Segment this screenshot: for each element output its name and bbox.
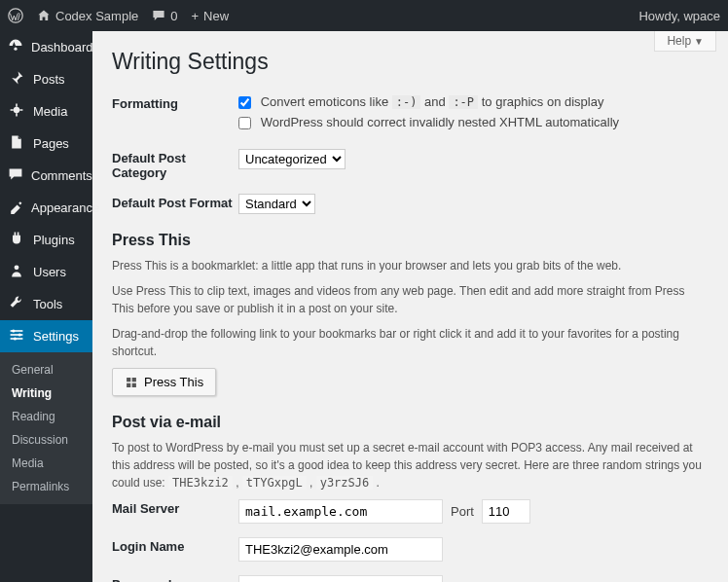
plugin-icon	[8, 231, 25, 249]
sidebar-item-comments[interactable]: Comments	[0, 160, 92, 192]
press-this-button[interactable]: Press This	[112, 368, 216, 396]
emoticons-option[interactable]: Convert emoticons like :-) and :-P to gr…	[238, 94, 709, 109]
wordpress-icon	[8, 8, 23, 23]
svg-point-2	[14, 107, 19, 113]
emoticons-checkbox[interactable]	[238, 96, 251, 109]
sidebar-item-posts[interactable]: Posts	[0, 63, 92, 95]
plus-icon: +	[192, 9, 200, 23]
svg-point-1	[14, 48, 17, 51]
howdy-text: Howdy, wpace	[638, 9, 720, 23]
appearance-icon	[8, 199, 23, 217]
sidebar-item-appearance[interactable]: Appearance	[0, 192, 92, 224]
howdy-user[interactable]: Howdy, wpace	[638, 9, 720, 23]
login-name-label: Login Name	[112, 537, 238, 554]
submenu-item-media[interactable]: Media	[0, 452, 92, 475]
sidebar-item-label: Comments	[31, 168, 92, 183]
sidebar-item-tools[interactable]: Tools	[0, 288, 92, 320]
xhtml-option[interactable]: WordPress should correct invalidly neste…	[238, 115, 709, 129]
press-this-desc1: Press This is a bookmarklet: a little ap…	[112, 257, 709, 274]
submenu-item-general[interactable]: General	[0, 358, 92, 382]
xhtml-checkbox[interactable]	[238, 117, 251, 129]
default-category-label: Default Post Category	[112, 149, 238, 180]
submenu-item-writing[interactable]: Writing	[0, 382, 92, 405]
password-label: Password	[112, 575, 238, 582]
sidebar-item-label: Settings	[33, 329, 79, 344]
submenu-item-discussion[interactable]: Discussion	[0, 428, 92, 452]
dashboard-icon	[8, 38, 23, 56]
press-this-icon	[125, 376, 138, 389]
comment-icon	[152, 9, 165, 22]
sidebar-item-label: Media	[33, 104, 67, 119]
sidebar-item-label: Posts	[33, 72, 65, 87]
formatting-label: Formatting	[112, 94, 238, 111]
users-icon	[8, 263, 25, 281]
admin-sidebar: DashboardPostsMediaPagesCommentsAppearan…	[0, 31, 92, 582]
sidebar-item-label: Plugins	[33, 233, 75, 247]
port-label: Port	[451, 504, 474, 519]
main-content: Writing Settings Formatting Convert emot…	[92, 31, 728, 582]
sidebar-item-plugins[interactable]: Plugins	[0, 224, 92, 256]
sidebar-item-label: Users	[33, 265, 66, 279]
sidebar-item-dashboard[interactable]: Dashboard	[0, 31, 92, 63]
sidebar-item-label: Dashboard	[31, 40, 93, 55]
svg-point-3	[15, 265, 19, 270]
press-this-desc3: Drag-and-drop the following link to your…	[112, 325, 709, 360]
post-via-email-heading: Post via e-mail	[112, 414, 709, 431]
tools-icon	[8, 295, 25, 313]
settings-submenu: GeneralWritingReadingDiscussionMediaPerm…	[0, 352, 92, 504]
default-format-label: Default Post Format	[112, 194, 238, 210]
password-input[interactable]	[238, 575, 443, 582]
site-name-link[interactable]: Codex Sample	[37, 9, 138, 23]
media-icon	[8, 102, 25, 121]
mail-server-label: Mail Server	[112, 499, 238, 516]
page-title: Writing Settings	[112, 49, 709, 75]
submenu-item-reading[interactable]: Reading	[0, 405, 92, 428]
default-format-select[interactable]: Standard	[238, 194, 315, 214]
sidebar-item-label: Tools	[33, 297, 62, 311]
sidebar-item-label: Appearance	[31, 200, 99, 215]
svg-point-8	[18, 333, 21, 336]
comments-link[interactable]: 0	[152, 9, 177, 23]
settings-icon	[8, 327, 25, 346]
new-label: New	[203, 9, 229, 23]
wp-logo[interactable]	[8, 8, 23, 23]
sidebar-item-pages[interactable]: Pages	[0, 127, 92, 160]
mail-server-input[interactable]	[238, 499, 443, 524]
svg-point-7	[12, 329, 15, 332]
page-icon	[8, 134, 25, 153]
default-category-select[interactable]: Uncategorized	[238, 149, 346, 169]
port-input[interactable]	[482, 499, 530, 524]
sidebar-item-media[interactable]: Media	[0, 95, 92, 127]
press-this-heading: Press This	[112, 232, 709, 249]
post-via-email-desc: To post to WordPress by e-mail you must …	[112, 439, 709, 491]
comment-icon	[8, 166, 23, 185]
press-this-desc2: Use Press This to clip text, images and …	[112, 282, 709, 317]
submenu-item-permalinks[interactable]: Permalinks	[0, 475, 92, 498]
home-icon	[37, 9, 51, 22]
pin-icon	[8, 70, 25, 89]
login-name-input[interactable]	[238, 537, 443, 562]
sidebar-item-settings[interactable]: Settings	[0, 320, 92, 352]
comments-count: 0	[170, 9, 177, 23]
new-content-link[interactable]: +New	[192, 9, 230, 23]
admin-toolbar: Codex Sample 0 +New Howdy, wpace	[0, 0, 728, 31]
sidebar-item-users[interactable]: Users	[0, 256, 92, 288]
svg-point-9	[14, 337, 17, 340]
site-name-text: Codex Sample	[55, 9, 138, 23]
sidebar-item-label: Pages	[33, 136, 69, 151]
